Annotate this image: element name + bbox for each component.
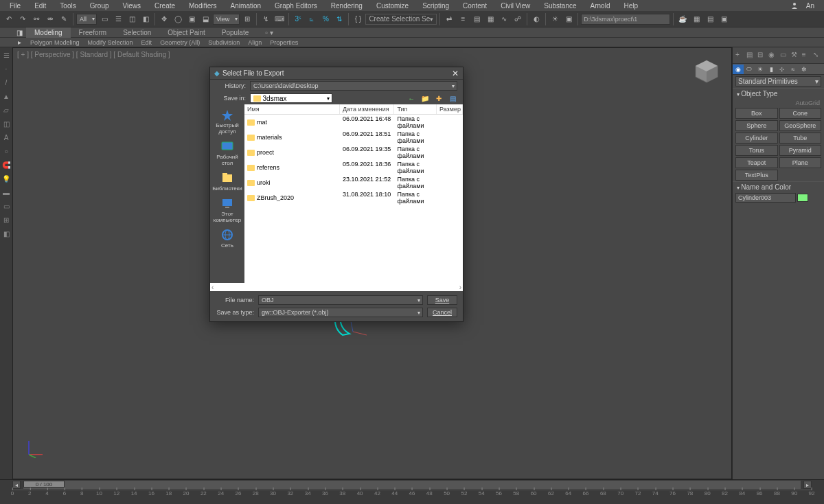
tab-lights-icon[interactable]: ☀ <box>755 65 766 74</box>
file-list[interactable]: Имя Дата изменения Тип Размер mat06.09.2… <box>244 104 463 283</box>
menu-create[interactable]: Create <box>148 1 182 11</box>
file-list-scrollbar[interactable]: ‹› <box>210 283 463 291</box>
ribbon-toggle-icon[interactable]: ◨ <box>14 27 25 37</box>
render-prod-icon[interactable]: ▣ <box>718 13 730 25</box>
ribbon-tab-objectpaint[interactable]: Object Paint <box>159 27 213 38</box>
ribbon-tab-modeling[interactable]: Modeling <box>26 27 71 38</box>
move-icon[interactable]: ✥ <box>158 13 170 25</box>
select-name-icon[interactable]: ☰ <box>112 13 124 25</box>
tab-systems-icon[interactable]: ✲ <box>799 65 810 74</box>
back-icon[interactable]: ← <box>407 93 416 103</box>
hierarchy-icon[interactable]: ⊟ <box>757 51 766 60</box>
menu-tools[interactable]: Tools <box>53 1 82 11</box>
menu-scripting[interactable]: Scripting <box>415 1 456 11</box>
col-date[interactable]: Дата изменения <box>340 104 394 114</box>
tool-vertex-icon[interactable]: · <box>1 64 11 73</box>
timeline-thumb[interactable]: 0 / 100 <box>23 481 65 488</box>
ribbon-sub-properties[interactable]: Properties <box>266 38 302 47</box>
primitive-category-dropdown[interactable]: Standard Primitives▾ <box>735 76 821 87</box>
object-color-swatch[interactable] <box>797 194 808 202</box>
ribbon-tab-selection[interactable]: Selection <box>115 27 159 38</box>
file-row[interactable]: proect06.09.2021 19:35Папка с файлами <box>244 145 463 160</box>
btn-torus[interactable]: Torus <box>735 145 778 156</box>
col-type[interactable]: Тип <box>394 104 437 114</box>
tab-geometry-icon[interactable]: ◉ <box>733 65 744 74</box>
snap-toggle-icon[interactable]: 3ˢ <box>292 13 304 25</box>
panel-chev-icon[interactable]: ⤡ <box>813 51 821 60</box>
unlink-icon[interactable]: ⚮ <box>44 13 56 25</box>
view-menu-icon[interactable]: ▤ <box>448 93 457 103</box>
btn-tube[interactable]: Tube <box>779 133 822 144</box>
tool-misc-icon[interactable]: ▭ <box>1 201 11 211</box>
named-sets-icon[interactable]: { } <box>352 13 364 25</box>
tool-light-icon[interactable]: 💡 <box>1 174 11 183</box>
tool-edge-icon[interactable]: / <box>1 78 11 87</box>
tool-grow-icon[interactable]: ○ <box>1 146 11 156</box>
object-name-input[interactable] <box>735 193 796 203</box>
menu-modifiers[interactable]: Modifiers <box>182 1 224 11</box>
btn-sphere[interactable]: Sphere <box>735 120 778 131</box>
menu-grapheditors[interactable]: Graph Editors <box>268 1 324 11</box>
ribbon-sub-edit[interactable]: Edit <box>137 38 157 47</box>
places-desktop[interactable]: Рабочий стол <box>210 140 244 166</box>
tool-magnet-icon[interactable]: 🧲 <box>1 160 11 170</box>
window-crossing-icon[interactable]: ◧ <box>139 13 152 25</box>
btn-pyramid[interactable]: Pyramid <box>779 145 822 156</box>
redo-icon[interactable]: ↷ <box>16 13 29 25</box>
user-account[interactable]: An <box>791 1 821 11</box>
modify-icon[interactable]: ▤ <box>746 51 755 60</box>
curve-editor-icon[interactable]: ∿ <box>498 13 510 25</box>
places-quickaccess[interactable]: Быстрый доступ <box>210 108 244 135</box>
file-row[interactable]: uroki23.10.2021 21:52Папка с файлами <box>244 175 463 190</box>
cancel-button[interactable]: Cancel <box>427 308 457 317</box>
render-setup-icon[interactable]: ☀ <box>549 13 561 25</box>
btn-teapot[interactable]: Teapot <box>735 157 778 168</box>
tab-helpers-icon[interactable]: ⊹ <box>777 65 788 74</box>
material-editor-icon[interactable]: ◐ <box>530 13 542 25</box>
display-icon[interactable]: ▭ <box>780 51 788 60</box>
file-row[interactable]: materials06.09.2021 18:51Папка с файлами <box>244 130 463 145</box>
render-frame-icon[interactable]: ▣ <box>562 13 575 25</box>
file-row[interactable]: referens05.09.2021 18:36Папка с файлами <box>244 160 463 175</box>
menu-views[interactable]: Views <box>116 1 148 11</box>
select-icon[interactable]: ▭ <box>98 13 111 25</box>
menu-customize[interactable]: Customize <box>369 1 415 11</box>
angle-snap-icon[interactable]: ⦝ <box>306 13 318 25</box>
btn-cone[interactable]: Cone <box>779 108 822 119</box>
timeline-prev-icon[interactable]: ◂ <box>12 481 21 489</box>
layers-icon[interactable]: ▤ <box>470 13 483 25</box>
col-name[interactable]: Имя <box>244 104 340 114</box>
autogrid-label[interactable]: AutoGrid <box>733 99 824 107</box>
col-size[interactable]: Размер <box>437 104 463 114</box>
layer-explorer-icon[interactable]: ▦ <box>484 13 496 25</box>
dialog-titlebar[interactable]: ◆ Select File to Export ✕ <box>210 67 463 80</box>
tool-scene-explorer-icon[interactable]: ☰ <box>1 50 11 60</box>
placement-icon[interactable]: ⬓ <box>199 13 211 25</box>
dialog-close-icon[interactable]: ✕ <box>452 69 459 78</box>
file-row[interactable]: mat06.09.2021 16:48Папка с файлами <box>244 115 463 130</box>
tab-cameras-icon[interactable]: ▮ <box>766 65 777 74</box>
up-icon[interactable]: 📁 <box>420 93 430 103</box>
utilities-icon[interactable]: ⚒ <box>791 51 799 60</box>
menu-help[interactable]: Help <box>617 1 645 11</box>
keyboard-icon[interactable]: ⌨ <box>273 13 286 25</box>
render-region-icon[interactable]: ▤ <box>704 13 716 25</box>
tab-spacewarps-icon[interactable]: ≈ <box>788 65 799 74</box>
btn-textplus[interactable]: TextPlus <box>735 170 778 181</box>
tool-a-icon[interactable]: A <box>1 133 11 142</box>
btn-geosphere[interactable]: GeoSphere <box>779 120 822 131</box>
tool-other-icon[interactable]: ◧ <box>1 229 11 238</box>
file-list-header[interactable]: Имя Дата изменения Тип Размер <box>244 104 463 115</box>
tool-face-icon[interactable]: ▲ <box>1 91 11 101</box>
render-icon[interactable]: ☕ <box>676 13 689 25</box>
places-libraries[interactable]: Библиотеки <box>212 172 242 192</box>
link-icon[interactable]: ⚯ <box>30 13 43 25</box>
bind-icon[interactable]: ✎ <box>58 13 70 25</box>
ref-coord-dropdown[interactable]: View <box>213 14 240 25</box>
viewport-label[interactable]: [ + ] [ Perspective ] [ Standard ] [ Def… <box>17 51 170 58</box>
menu-substance[interactable]: Substance <box>537 1 583 11</box>
savein-dropdown[interactable]: 3dsmax <box>250 93 332 103</box>
menu-group[interactable]: Group <box>83 1 116 11</box>
save-button[interactable]: Save <box>427 295 457 305</box>
tool-grid-icon[interactable]: ⊞ <box>1 215 11 225</box>
